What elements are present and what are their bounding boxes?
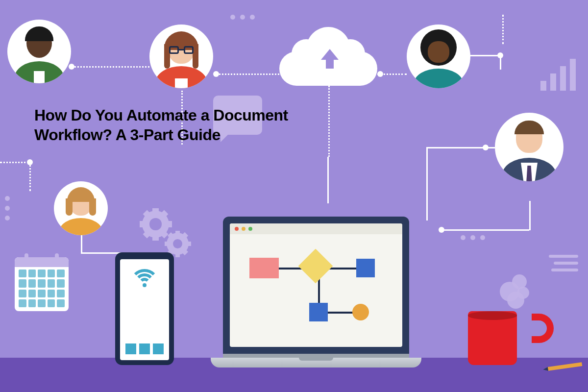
decorative-dots [230,15,255,20]
avatar-person-1 [7,20,71,83]
connector-node [27,159,33,165]
laptop-icon [211,217,421,368]
flow-rect-pink [249,258,279,278]
connector-line [426,147,428,220]
connector-line [71,66,149,68]
connector-line [29,162,31,191]
app-tile [153,343,164,354]
avatar-person-5 [54,181,108,235]
speed-lines-icon [549,255,578,275]
window-minimize-dot [242,227,245,231]
avatar-person-3 [407,24,470,88]
coffee-mug-icon [492,301,551,365]
steam-icon [497,274,537,309]
smartphone-icon [115,252,174,365]
bar-chart-icon [540,59,576,91]
avatar-person-4 [495,113,564,181]
connector-line [81,235,82,252]
flow-diamond-yellow [298,249,333,284]
flow-rect-blue [356,259,375,277]
connector-line [441,229,529,231]
decorative-dots [5,196,10,220]
app-tile [139,343,150,354]
connector-line [529,201,531,230]
decorative-dots [461,235,485,240]
connector-node [377,71,383,77]
connector-node [439,227,444,233]
avatar-person-2 [149,24,213,88]
window-titlebar [230,223,402,234]
calendar-icon [15,257,69,311]
connector-node [69,64,74,70]
flowchart-diagram [230,234,402,347]
connector-node [497,52,503,58]
gear-icon [167,233,189,255]
connector-line [502,15,504,44]
flow-rect-blue-small [309,303,328,321]
app-tile [125,343,136,354]
connector-line [0,162,29,163]
connector-line [327,157,329,203]
window-maximize-dot [248,227,252,231]
connector-node [213,71,219,77]
flow-circle-orange [352,304,369,320]
wifi-icon [130,269,159,291]
cloud-upload-icon [279,27,377,86]
window-close-dot [235,227,239,231]
article-title: How Do You Automate a Document Workflow?… [34,105,338,145]
gear-icon [142,211,169,238]
connector-line [470,55,500,56]
connector-line [426,147,485,148]
connector-line [216,74,279,75]
connector-node [483,145,489,150]
